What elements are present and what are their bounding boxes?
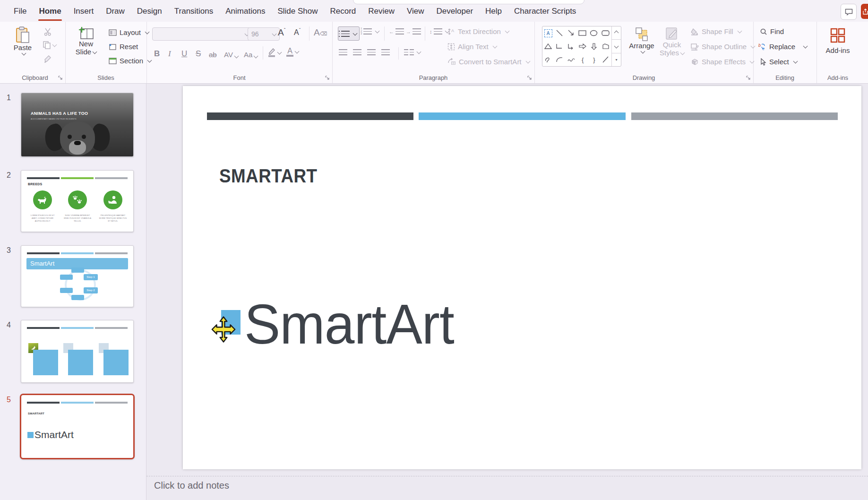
align-left-button[interactable] [339,49,347,55]
slide-body-text[interactable]: SmartArt [244,294,454,355]
shapes-scroll-up-button[interactable] [612,26,621,39]
cut-button[interactable] [43,27,52,36]
text-direction-button[interactable]: A Text Direction [447,27,509,35]
tab-developer[interactable]: Developer [430,0,480,22]
numbering-button[interactable]: 123 [363,28,379,34]
shape-line-icon[interactable] [554,26,565,40]
decrease-font-size-button[interactable]: Aˇ [294,27,301,37]
strikethrough-button[interactable]: S [196,47,201,59]
tab-record[interactable]: Record [324,0,362,22]
tab-review[interactable]: Review [362,0,401,22]
font-color-button[interactable]: A [286,47,299,57]
tab-design[interactable]: Design [131,0,168,22]
increase-font-size-button[interactable]: Aˆ [278,27,285,38]
tab-insert[interactable]: Insert [68,0,100,22]
font-size-combobox[interactable]: 96 [248,27,280,41]
shape-triangle-icon[interactable] [542,40,554,53]
underline-button[interactable]: U [181,47,187,59]
clipboard-dialog-launcher[interactable] [58,75,63,80]
drawing-dialog-launcher[interactable] [746,75,751,80]
shape-arrow-icon[interactable] [566,26,577,40]
addins-button[interactable]: Add-ins [823,27,852,54]
shape-curve-icon[interactable] [566,53,577,66]
new-slide-button[interactable]: New Slide [72,26,100,56]
align-right-button[interactable] [367,49,376,55]
shape-arc-icon[interactable] [554,53,565,66]
top-bar-gray[interactable] [631,112,838,120]
slide-editing-canvas[interactable]: SMARTART SmartArt [183,86,861,469]
justify-button[interactable] [381,49,390,55]
shape-right-arrow-icon[interactable] [577,40,588,53]
tab-animations[interactable]: Animations [219,0,271,22]
tab-help[interactable]: Help [479,0,508,22]
paste-dropdown-chevron[interactable] [21,51,26,56]
shape-elbow-arrow-icon[interactable] [566,40,577,53]
tab-character-scripts[interactable]: Character Scripts [508,0,582,22]
copy-dropdown-chevron[interactable] [52,42,57,47]
shape-scribble-icon[interactable] [542,53,554,66]
slide-title-text[interactable]: SMARTART [219,165,317,187]
bold-button[interactable]: B [154,47,160,59]
decrease-indent-button[interactable]: ← [389,28,404,34]
shape-outline-button[interactable]: Shape Outline [690,43,755,51]
top-bar-dark[interactable] [207,112,413,120]
slide-4-thumbnail[interactable] [21,320,134,383]
section-button[interactable]: Section [109,57,151,65]
convert-to-smartart-button[interactable]: Convert to SmartArt [447,58,530,66]
notes-placeholder[interactable]: Click to add notes [154,480,229,491]
copy-button[interactable] [43,41,56,49]
bullets-chevron[interactable] [352,31,357,35]
shape-left-brace-icon[interactable]: { [577,53,588,66]
shapes-scroll-down-button[interactable] [612,39,621,52]
font-dialog-launcher[interactable] [325,75,330,80]
select-button[interactable]: Select [760,58,797,66]
clear-formatting-button[interactable]: A⌫ [314,27,327,38]
top-bar-blue[interactable] [419,112,626,120]
strikethrough-ab-button[interactable]: ab [209,47,217,59]
slide-3-thumbnail[interactable]: SmartArt Step 1 Step 2 [21,245,134,307]
shape-oval-icon[interactable] [588,26,600,40]
change-case-button[interactable]: Aa [244,47,258,59]
columns-button[interactable] [404,49,421,55]
shape-right-brace-icon[interactable]: } [588,53,600,66]
replace-button[interactable]: bc Replace [758,43,807,51]
reset-button[interactable]: Reset [109,43,138,51]
increase-indent-button[interactable]: → [406,28,421,34]
paste-button[interactable]: Paste [11,26,34,56]
character-spacing-button[interactable]: AV [224,47,238,59]
shape-line2-icon[interactable] [600,53,611,66]
align-text-button[interactable]: Align Text [447,43,497,51]
quick-styles-button[interactable]: Quick Styles [658,26,686,57]
line-spacing-button[interactable]: ↕ [430,28,449,34]
replace-chevron[interactable] [803,44,808,49]
notes-separator[interactable] [146,476,868,476]
shapes-gallery-expand-button[interactable]: ▾ [612,53,621,66]
shape-effects-button[interactable]: Shape Effects [690,58,754,66]
tab-view[interactable]: View [401,0,430,22]
slide-2-thumbnail[interactable]: BREEDS LOREM IPSUM DOLOR SIT AMET, CONSE… [21,170,134,232]
shape-pentagon-icon[interactable] [600,40,611,53]
shape-rounded-rectangle-icon[interactable] [600,26,611,40]
italic-button[interactable]: I [168,47,171,59]
format-painter-button[interactable] [43,55,52,63]
slide-1-thumbnail[interactable]: ANIMALS HAS A LIFE TOO A DOCUMENTARY BAS… [21,93,134,157]
shape-fill-button[interactable]: Shape Fill [690,27,741,35]
shape-elbow-icon[interactable] [554,40,565,53]
tab-slide-show[interactable]: Slide Show [271,0,324,22]
layout-button[interactable]: Layout [109,28,149,36]
text-highlight-button[interactable] [267,47,281,58]
find-button[interactable]: Find [760,27,784,35]
align-center-button[interactable] [353,49,361,55]
shape-rectangle-icon[interactable] [577,26,588,40]
comments-button[interactable] [841,4,857,20]
slide-5-thumbnail-selected[interactable]: SMARTART SmartArt [20,394,135,459]
shape-down-arrow-icon[interactable] [588,40,600,53]
font-size-chevron[interactable] [272,31,277,36]
paragraph-dialog-launcher[interactable] [527,75,532,80]
shape-textbox-icon[interactable]: A [542,26,554,40]
bullets-button[interactable] [338,26,360,41]
tab-draw[interactable]: Draw [100,0,131,22]
arrange-button[interactable]: Arrange [627,26,656,54]
font-name-combobox[interactable] [152,27,252,41]
tab-file[interactable]: File [8,0,33,22]
